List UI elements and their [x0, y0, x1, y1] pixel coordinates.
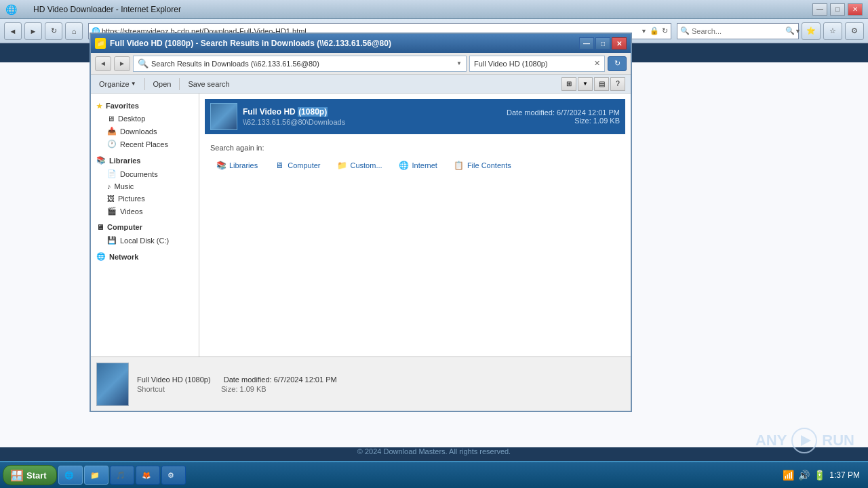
file-contents-search-icon: 📋: [454, 160, 465, 171]
search-again-custom-button[interactable]: 📁 Custom...: [331, 157, 387, 174]
libraries-header[interactable]: 📚 Libraries: [91, 153, 199, 167]
search-dropdown-button[interactable]: ▼: [795, 28, 801, 35]
explorer-titlebar: 📁 Full Video HD (1080p) - Search Results…: [91, 34, 631, 53]
explorer-titlebar-icon: 📁: [95, 38, 106, 49]
libraries-section: 📚 Libraries 📄 Documents ♪ Music 🖼 Pictur…: [91, 153, 199, 218]
browser-window-controls: — □ ✕: [812, 3, 863, 16]
home-button[interactable]: ⌂: [65, 22, 83, 40]
file-result-meta: Date modified: 6/7/2024 12:01 PM Size: 1…: [507, 108, 620, 125]
sidebar-item-documents[interactable]: 📄 Documents: [91, 167, 199, 180]
search-again-internet-button[interactable]: 🌐 Internet: [393, 157, 443, 174]
browser-maximize-button[interactable]: □: [830, 3, 845, 16]
file-contents-search-label: File Contents: [467, 161, 511, 169]
organize-button[interactable]: Organize ▼: [96, 79, 139, 89]
computer-icon: 🖥: [96, 223, 104, 231]
explorer-close-button[interactable]: ✕: [612, 37, 627, 49]
search-again-label: Search again in:: [210, 144, 620, 152]
status-size: Size: 1.09 KB: [221, 385, 267, 393]
explorer-back-button[interactable]: ◄: [95, 56, 111, 71]
tray-clock: 1:37 PM: [829, 470, 860, 481]
network-header[interactable]: 🌐 Network: [91, 249, 199, 264]
file-name-bar: Full Video HD (1080p) ✕: [469, 56, 605, 72]
local-disk-label: Local Disk (C:): [120, 237, 169, 245]
documents-label: Documents: [120, 170, 158, 178]
search-again-computer-button[interactable]: 🖥 Computer: [269, 157, 326, 174]
favorites-header[interactable]: ★ Favorites: [91, 99, 199, 113]
file-thumbnail: [210, 103, 237, 130]
search-go-button[interactable]: 🔍: [785, 26, 795, 35]
explorer-maximize-button[interactable]: □: [595, 37, 610, 49]
videos-label: Videos: [120, 207, 142, 216]
open-button[interactable]: Open: [151, 79, 174, 89]
sidebar-item-desktop[interactable]: 🖥 Desktop: [91, 113, 199, 125]
search-bar[interactable]: [692, 27, 785, 35]
refresh-address-button[interactable]: ↻: [662, 26, 668, 35]
search-again-file-contents-button[interactable]: 📋 File Contents: [448, 157, 517, 174]
computer-label: Computer: [107, 223, 142, 231]
view-tiles-button[interactable]: ⊞: [561, 77, 576, 91]
libraries-search-icon: 📚: [216, 160, 226, 171]
local-disk-icon: 💾: [107, 236, 117, 245]
taskbar-folder-button[interactable]: 📁: [84, 466, 108, 485]
file-result-item[interactable]: Full Video HD (1080p) \\62.133.61.56@80\…: [205, 99, 625, 134]
taskbar-media-button[interactable]: 🎵: [110, 466, 134, 485]
taskbar-browser2-button[interactable]: 🦊: [136, 466, 160, 485]
watermark-play-icon: [791, 427, 818, 454]
watermark: ANY RUN: [755, 427, 854, 454]
toolbar-separator-2: [179, 78, 180, 90]
favorites-star-icon: ★: [96, 102, 102, 110]
file-name-part1: Full Video HD: [243, 107, 298, 117]
favorites-button[interactable]: ⭐: [802, 22, 821, 40]
libraries-icon: 📚: [96, 156, 106, 165]
explorer-minimize-button[interactable]: —: [579, 37, 594, 49]
file-size: Size: 1.09 KB: [507, 117, 620, 125]
pictures-icon: 🖼: [107, 195, 115, 203]
sidebar-item-pictures[interactable]: 🖼 Pictures: [91, 192, 199, 205]
desktop-icon: 🖥: [107, 115, 115, 123]
sidebar-item-recent-places[interactable]: 🕐 Recent Places: [91, 138, 199, 150]
browser-minimize-button[interactable]: —: [812, 3, 827, 16]
refresh-button[interactable]: ↻: [45, 22, 62, 40]
explorer-forward-button[interactable]: ►: [114, 56, 130, 71]
tools-button[interactable]: ⚙: [845, 22, 864, 40]
address-go-button[interactable]: 🔒: [650, 26, 659, 35]
toolbar-separator-1: [144, 78, 145, 90]
internet-search-label: Internet: [412, 161, 437, 169]
view-dropdown-button[interactable]: ▼: [578, 77, 593, 91]
explorer-body: ★ Favorites 🖥 Desktop 📥 Downloads 🕐 Rece…: [91, 94, 631, 357]
search-again-section: Search again in: 📚 Libraries 🖥 Computer …: [205, 136, 625, 182]
file-name-clear-button[interactable]: ✕: [594, 59, 600, 68]
computer-header[interactable]: 🖥 Computer: [91, 220, 199, 234]
folder-icon: 📁: [90, 471, 100, 480]
search-path-dropdown-icon[interactable]: ▼: [456, 60, 462, 66]
preview-pane-button[interactable]: ▤: [594, 77, 609, 91]
add-favorites-button[interactable]: ☆: [823, 22, 842, 40]
view-icons-group: ⊞ ▼ ▤ ?: [561, 77, 625, 91]
copyright-text: © 2024 Download Masters. All rights rese…: [0, 447, 868, 455]
status-file-name-row: Full Video HD (1080p) Date modified: 6/7…: [137, 375, 337, 384]
sidebar-item-music[interactable]: ♪ Music: [91, 180, 199, 192]
sidebar-item-videos[interactable]: 🎬 Videos: [91, 205, 199, 218]
videos-icon: 🎬: [107, 207, 117, 216]
forward-button[interactable]: ►: [24, 22, 42, 40]
search-navigate-button[interactable]: ↻: [608, 56, 627, 71]
music-icon: ♪: [107, 182, 111, 190]
taskbar-settings-button[interactable]: ⚙: [161, 466, 186, 485]
sidebar-item-downloads[interactable]: 📥 Downloads: [91, 125, 199, 138]
custom-search-label: Custom...: [350, 161, 382, 169]
status-sub-row: Shortcut Size: 1.09 KB: [137, 385, 337, 393]
browser-close-button[interactable]: ✕: [848, 3, 863, 16]
search-again-buttons: 📚 Libraries 🖥 Computer 📁 Custom... 🌐 Int…: [210, 157, 620, 174]
explorer-toolbar: Organize ▼ Open Save search ⊞ ▼ ▤ ?: [91, 75, 631, 94]
libraries-label: Libraries: [109, 157, 140, 165]
file-info: Full Video HD (1080p) \\62.133.61.56@80\…: [243, 107, 507, 126]
back-button[interactable]: ◄: [4, 22, 22, 40]
network-section: 🌐 Network: [91, 249, 199, 264]
start-button[interactable]: 🪟 Start: [3, 465, 57, 485]
save-search-button[interactable]: Save search: [185, 79, 232, 89]
taskbar-ie-button[interactable]: 🌐: [58, 466, 83, 485]
help-button[interactable]: ?: [610, 77, 625, 91]
sidebar-item-local-disk[interactable]: 💾 Local Disk (C:): [91, 234, 199, 247]
explorer-window: 📁 Full Video HD (1080p) - Search Results…: [90, 33, 632, 412]
search-again-libraries-button[interactable]: 📚 Libraries: [210, 157, 263, 174]
